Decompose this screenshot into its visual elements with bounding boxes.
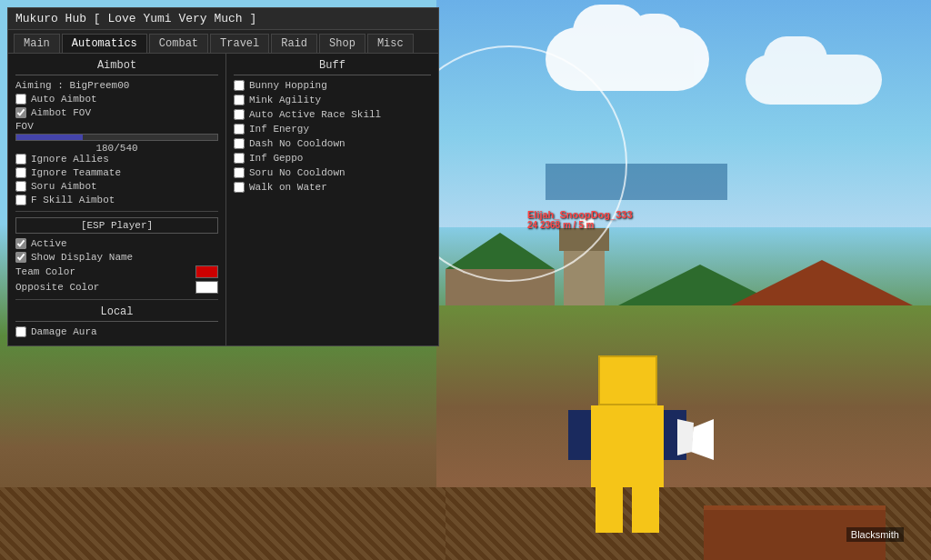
mink-agility-row: Mink Agility	[234, 95, 431, 105]
ignore-allies-checkbox[interactable]	[15, 154, 26, 165]
tab-raid[interactable]: Raid	[271, 34, 317, 53]
tower-top	[559, 228, 609, 251]
walk-on-water-row: Walk on Water	[234, 182, 431, 193]
tab-shop[interactable]: Shop	[319, 34, 365, 53]
ignore-teammate-row: Ignore Teammate	[15, 167, 218, 178]
walk-on-water-checkbox[interactable]	[234, 182, 245, 193]
ocean	[546, 164, 727, 200]
ignore-allies-label: Ignore Allies	[31, 154, 109, 165]
inf-energy-row: Inf Energy	[234, 124, 431, 135]
character	[591, 405, 664, 487]
esp-active-label: Active	[31, 238, 67, 249]
show-display-name-label: Show Display Name	[31, 252, 133, 263]
ignore-allies-row: Ignore Allies	[15, 154, 218, 165]
mink-agility-checkbox[interactable]	[234, 95, 245, 105]
esp-section-title: [ESP Player]	[15, 217, 218, 234]
auto-active-race-checkbox[interactable]	[234, 109, 245, 120]
aimbot-fov-checkbox[interactable]	[15, 107, 26, 118]
fov-slider-fill	[16, 135, 83, 140]
character-wings	[677, 419, 714, 465]
show-display-name-row: Show Display Name	[15, 252, 218, 263]
tab-automatics[interactable]: Automatics	[62, 34, 147, 53]
team-color-row: Team Color	[15, 265, 218, 278]
tab-combat[interactable]: Combat	[149, 34, 208, 53]
aimbot-fov-label: Aimbot FOV	[31, 107, 91, 118]
auto-active-race-label: Auto Active Race Skill	[249, 109, 381, 120]
player-nametag: Elijah_SnoopDog_333 24 2368 m / 5 m	[527, 209, 633, 230]
gui-window: Mukuro Hub [ Love Yumi Very Much ] Main …	[7, 7, 439, 346]
f-skill-aimbot-checkbox[interactable]	[15, 195, 26, 205]
team-color-swatch[interactable]	[195, 265, 218, 278]
building-left-roof	[445, 233, 555, 269]
damage-aura-label: Damage Aura	[31, 326, 97, 337]
ignore-teammate-label: Ignore Teammate	[31, 167, 121, 178]
cloud-2	[746, 55, 882, 105]
soru-aimbot-label: Soru Aimbot	[31, 181, 97, 192]
local-section-title: Local	[15, 305, 218, 322]
player-name: Elijah_SnoopDog_333	[527, 209, 633, 220]
title-bar[interactable]: Mukuro Hub [ Love Yumi Very Much ]	[8, 8, 438, 30]
character-left-leg	[596, 483, 623, 533]
dash-no-cooldown-checkbox[interactable]	[234, 138, 245, 149]
team-color-label: Team Color	[15, 266, 75, 277]
esp-active-checkbox[interactable]	[15, 238, 26, 249]
auto-aimbot-checkbox[interactable]	[15, 94, 26, 105]
inf-energy-label: Inf Energy	[249, 124, 309, 135]
blacksmith-label: Blacksmith	[846, 527, 904, 542]
ground-texture-left	[0, 487, 445, 560]
nav-tabs: Main Automatics Combat Travel Raid Shop …	[8, 30, 438, 54]
dash-no-cooldown-row: Dash No Cooldown	[234, 138, 431, 149]
f-skill-aimbot-label: F Skill Aimbot	[31, 195, 115, 205]
inf-energy-checkbox[interactable]	[234, 124, 245, 135]
character-right-leg	[632, 483, 659, 533]
player-distance: 24 2368 m / 5 m	[527, 220, 633, 230]
aiming-info: Aiming : BigPreem00	[15, 80, 218, 91]
content-area: Aimbot Aiming : BigPreem00 Auto Aimbot A…	[8, 54, 438, 345]
opposite-color-row: Opposite Color	[15, 281, 218, 294]
aimbot-fov-row: Aimbot FOV	[15, 107, 218, 118]
ignore-teammate-checkbox[interactable]	[15, 167, 26, 178]
soru-aimbot-row: Soru Aimbot	[15, 181, 218, 192]
esp-active-row: Active	[15, 238, 218, 249]
f-skill-aimbot-row: F Skill Aimbot	[15, 195, 218, 205]
soru-no-cooldown-checkbox[interactable]	[234, 167, 245, 178]
show-display-name-checkbox[interactable]	[15, 252, 26, 263]
damage-aura-row: Damage Aura	[15, 326, 218, 337]
tab-misc[interactable]: Misc	[367, 34, 414, 53]
character-left-arm	[568, 410, 591, 460]
auto-aimbot-row: Auto Aimbot	[15, 94, 218, 105]
cloud-1	[546, 27, 709, 91]
divider-1	[15, 211, 218, 212]
left-panel: Aimbot Aiming : BigPreem00 Auto Aimbot A…	[8, 54, 226, 345]
walk-on-water-label: Walk on Water	[249, 182, 327, 193]
dash-no-cooldown-label: Dash No Cooldown	[249, 138, 345, 149]
wing-left	[691, 419, 714, 460]
right-panel: Buff Bunny Hopping Mink Agility Auto Act…	[226, 54, 438, 345]
divider-2	[15, 299, 218, 300]
damage-aura-checkbox[interactable]	[15, 326, 26, 337]
tab-main[interactable]: Main	[14, 34, 60, 53]
bunny-hopping-row: Bunny Hopping	[234, 80, 431, 91]
soru-no-cooldown-label: Soru No Cooldown	[249, 167, 345, 178]
bunny-hopping-checkbox[interactable]	[234, 80, 245, 91]
inf-geppo-row: Inf Geppo	[234, 153, 431, 164]
mink-agility-label: Mink Agility	[249, 95, 321, 105]
character-body	[591, 405, 664, 487]
building-right-roof	[731, 260, 913, 305]
fov-label: FOV	[15, 121, 218, 132]
inf-geppo-label: Inf Geppo	[249, 153, 303, 164]
buff-section-title: Buff	[234, 59, 431, 75]
character-head	[598, 355, 657, 405]
bunny-hopping-label: Bunny Hopping	[249, 80, 327, 91]
fov-slider[interactable]	[15, 134, 218, 141]
opposite-color-label: Opposite Color	[15, 282, 99, 293]
soru-aimbot-checkbox[interactable]	[15, 181, 26, 192]
inf-geppo-checkbox[interactable]	[234, 153, 245, 164]
auto-active-race-row: Auto Active Race Skill	[234, 109, 431, 120]
auto-aimbot-label: Auto Aimbot	[31, 94, 97, 105]
soru-no-cooldown-row: Soru No Cooldown	[234, 167, 431, 178]
tab-travel[interactable]: Travel	[210, 34, 269, 53]
opposite-color-swatch[interactable]	[195, 281, 218, 294]
character-right-arm	[664, 410, 686, 460]
aimbot-section-title: Aimbot	[15, 59, 218, 75]
